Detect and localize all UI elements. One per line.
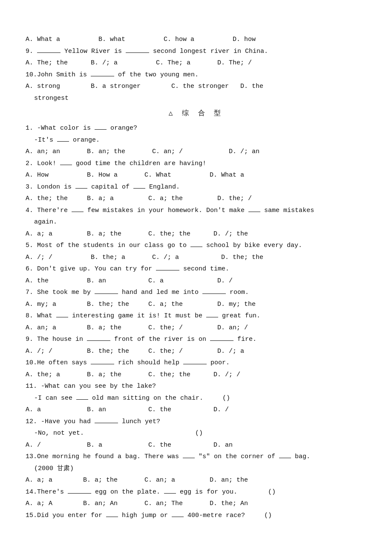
line-7-options: A. my; a B. the; the C. a; the D. my; th… [26, 299, 366, 310]
line-11-q2: -I can see old man sitting on the chair.… [26, 393, 366, 404]
line-q9-options: A. The; the B. /; a C. The; a D. The; / [26, 58, 366, 69]
line-6-q: 6. Don't give up. You can try for second… [26, 264, 366, 275]
section-title: △ 综 合 型 [26, 108, 366, 119]
line-12-options: A. / B. a C. the D. an [26, 440, 366, 451]
line-4-options: A. a; a B. a; the C. the; the D. /; the [26, 229, 366, 240]
line-q10-cont: strongest [26, 93, 366, 104]
line-8-q: 8. What interesting game it is! It must … [26, 311, 366, 322]
line-3-options: A. the; the B. a; a C. a; the D. the; / [26, 193, 366, 204]
line-2-options: A. How B. How a C. What D. What a [26, 170, 366, 181]
line-13-year: (2000 甘肃) [26, 463, 366, 474]
line-8-options: A. an; a B. a; the C. the; / D. an; / [26, 323, 366, 334]
line-5-q: 5. Most of the students in our class go … [26, 240, 366, 251]
line-2-q: 2. Look! good time the children are havi… [26, 158, 366, 169]
line-15-q: 15.Did you enter for high jump or 400-me… [26, 510, 366, 521]
line-7-q: 7. She took me by hand and led me into r… [26, 287, 366, 298]
line-4-q: 4. There're few mistakes in your homewor… [26, 205, 366, 216]
line-3-q: 3. London is capital of England. [26, 182, 366, 193]
line-11-options: A. a B. an C. the D. / [26, 404, 366, 416]
line-13-options: A. a; a B. a; the C. an; a D. an; the [26, 475, 366, 486]
line-14-options: A. a; A B. an; An C. an; The D. the; An [26, 498, 366, 509]
line-12-q2: -No, not yet. () [26, 428, 366, 439]
line-13-q: 13.One morning he found a bag. There was… [26, 451, 366, 462]
line-q10: 10.John Smith is of the two young men. [26, 70, 366, 81]
line-1-ans: -It's orange. [26, 135, 366, 146]
line-9-q: 9. The house in front of the river is on… [26, 334, 366, 345]
line-10-options: A. the; a B. a; the C. the; the D. /; / [26, 369, 366, 381]
line-6-options: A. the B. an C. a D. / [26, 276, 366, 287]
line-1-options: A. an; an B. an; the C. an; / D. /; an [26, 146, 366, 157]
line-top-options: A. What a B. what C. how a D. how [26, 34, 366, 45]
line-12-q1: 12. -Have you had lunch yet? [26, 416, 366, 427]
line-1-q: 1. -What color is orange? [26, 123, 366, 134]
line-5-options: A. /; / B. the; a C. /; a D. the; the [26, 252, 366, 263]
line-10-q: 10.He often says rich should help poor. [26, 357, 366, 369]
line-q10-options: A. strong B. a stronger C. the stronger … [26, 81, 366, 92]
main-content: A. What a B. what C. how a D. how 9. Yel… [26, 34, 366, 521]
line-9-options: A. /; / B. the; the C. the; / D. /; a [26, 346, 366, 357]
line-14-q: 14.There's egg on the plate. egg is for … [26, 487, 366, 498]
line-4-cont: again. [26, 217, 366, 228]
line-11-q1: 11. -What can you see by the lake? [26, 381, 366, 392]
line-q9: 9. Yellow River is second longest river … [26, 46, 366, 57]
